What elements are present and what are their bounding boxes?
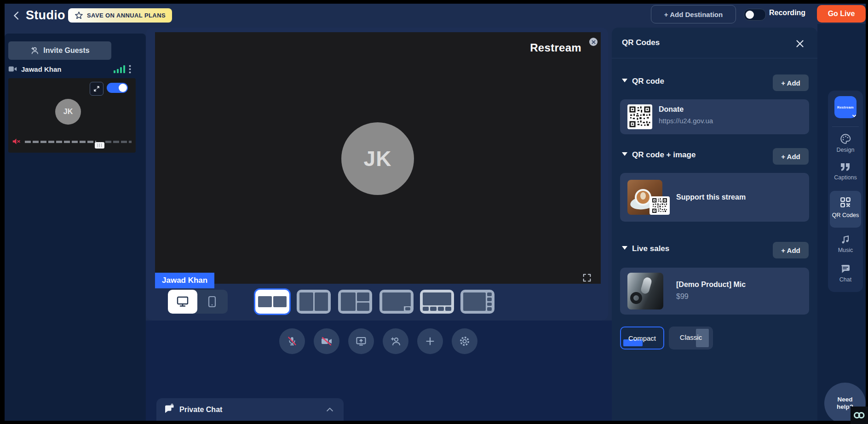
- recording-label: Recording: [769, 9, 805, 17]
- promo-banner[interactable]: SAVE ON ANNUAL PLANS: [68, 8, 172, 23]
- item-title: Support this stream: [676, 193, 746, 201]
- restream-studio-app: { "topbar": { "title": "Studio", "promo"…: [0, 0, 868, 424]
- panel-close-icon[interactable]: [796, 40, 804, 48]
- layout-option-5[interactable]: [420, 290, 454, 314]
- preview-device-toggle: [168, 290, 228, 314]
- guest-name: Jawad Khan: [21, 65, 62, 73]
- share-screen-button[interactable]: [348, 328, 374, 354]
- feature-rail: Restream Design Captions QR Codes: [817, 24, 866, 421]
- invite-guests-label: Invite Guests: [43, 46, 89, 55]
- layout-option-4[interactable]: [379, 290, 414, 314]
- qr-codes-panel: QR Codes QR code + Add Donate https://u2…: [612, 28, 817, 421]
- item-image: [627, 273, 663, 309]
- stream-canvas[interactable]: Restream JK Jawad Khan: [155, 32, 601, 284]
- music-icon: [828, 234, 863, 245]
- qr-thumbnail: [627, 104, 652, 129]
- settings-button[interactable]: [452, 328, 477, 354]
- add-live-sale-button[interactable]: + Add: [773, 242, 809, 258]
- guest-video-tile[interactable]: JK: [8, 78, 136, 153]
- rail-item-music[interactable]: Music: [828, 234, 863, 253]
- signal-strength-icon: [114, 65, 126, 73]
- layout-option-1[interactable]: [255, 290, 289, 314]
- chat-bubble-icon: [828, 264, 863, 275]
- expand-tile-button[interactable]: [90, 82, 103, 96]
- section-title: QR code: [632, 77, 664, 86]
- restream-logo[interactable]: Restream: [834, 96, 857, 118]
- mic-muted-button[interactable]: [279, 328, 305, 354]
- qr-image-item-support[interactable]: Support this stream: [620, 173, 809, 222]
- section-title: QR code + image: [632, 150, 696, 160]
- guest-menu-icon[interactable]: [129, 65, 131, 74]
- item-title: [Demo Product] Mic: [676, 281, 746, 289]
- private-chat-label: Private Chat: [179, 398, 222, 421]
- rail-item-design[interactable]: Design: [828, 133, 863, 153]
- toggle-knob: [746, 11, 754, 19]
- chevron-down-icon: [851, 113, 857, 119]
- guest-volume-row: [12, 137, 132, 146]
- section-live-sales: Live sales + Add: [612, 242, 817, 258]
- rail-item-captions[interactable]: Captions: [828, 162, 863, 181]
- style-compact-button[interactable]: Compact: [620, 327, 664, 350]
- fullscreen-icon[interactable]: [582, 273, 592, 283]
- stage-container: Restream JK Jawad Khan: [146, 28, 608, 321]
- volume-slider[interactable]: [25, 141, 132, 143]
- muted-speaker-icon[interactable]: [12, 138, 21, 145]
- item-title: Donate: [659, 105, 684, 114]
- watermark: Restream: [530, 41, 581, 54]
- private-chat-icon: [164, 404, 175, 415]
- recording-toggle[interactable]: [744, 9, 766, 21]
- add-destination-button[interactable]: + Add Destination: [651, 5, 736, 23]
- qr-code-item-donate[interactable]: Donate https://u24.gov.ua: [620, 99, 809, 134]
- caret-down-icon[interactable]: [622, 246, 627, 250]
- back-button[interactable]: [11, 10, 22, 21]
- style-classic-button[interactable]: Classic: [669, 327, 713, 350]
- section-qr-code-image: QR code + image + Add: [612, 148, 817, 165]
- add-guest-button[interactable]: [383, 328, 408, 354]
- section-title: Live sales: [632, 244, 669, 253]
- page-title: Studio: [26, 8, 65, 23]
- add-person-icon: [30, 46, 39, 55]
- panel-title: QR Codes: [622, 38, 660, 47]
- magnifier-overlay-icon: [851, 407, 868, 424]
- stage-name-label: Jawad Khan: [155, 273, 214, 288]
- rail-item-qr-codes[interactable]: QR Codes: [830, 191, 861, 228]
- item-subtitle: https://u24.gov.ua: [659, 117, 713, 125]
- quotes-icon: [828, 162, 863, 172]
- stage-avatar: JK: [341, 122, 414, 195]
- add-source-button[interactable]: [417, 328, 443, 354]
- star-icon: [75, 11, 83, 20]
- guest-row: Jawad Khan: [8, 64, 139, 74]
- go-live-button[interactable]: Go Live: [817, 5, 866, 23]
- toggle-knob: [119, 84, 127, 92]
- volume-slider-handle[interactable]: [95, 142, 104, 149]
- invite-guests-button[interactable]: Invite Guests: [8, 41, 111, 60]
- camera-muted-button[interactable]: [314, 328, 339, 354]
- caret-down-icon[interactable]: [622, 152, 627, 156]
- guests-sidebar: Invite Guests Jawad Khan JK: [5, 34, 146, 421]
- layout-option-3[interactable]: [338, 290, 372, 314]
- rail-item-chat[interactable]: Chat: [828, 264, 863, 283]
- item-price: $99: [676, 292, 689, 301]
- layout-option-6[interactable]: [460, 290, 494, 314]
- promo-label: SAVE ON ANNUAL PLANS: [87, 12, 166, 19]
- stage-footer: Private Chat: [146, 321, 612, 421]
- caret-down-icon[interactable]: [622, 79, 627, 82]
- qr-overlay-thumbnail: [650, 196, 670, 215]
- camera-icon: [8, 65, 17, 73]
- private-chat-bar[interactable]: Private Chat: [156, 398, 344, 421]
- qr-icon: [830, 196, 861, 208]
- guest-enable-toggle[interactable]: [107, 83, 128, 93]
- layout-option-2[interactable]: [297, 290, 331, 314]
- add-qr-code-button[interactable]: + Add: [773, 74, 809, 91]
- guest-avatar: JK: [55, 99, 81, 125]
- add-qr-image-button[interactable]: + Add: [773, 148, 809, 165]
- device-desktop-button[interactable]: [168, 290, 197, 314]
- top-bar: Studio SAVE ON ANNUAL PLANS + Add Destin…: [5, 4, 866, 28]
- chevron-up-icon[interactable]: [325, 405, 334, 414]
- palette-icon: [828, 133, 863, 145]
- device-mobile-button[interactable]: [197, 290, 227, 314]
- live-sale-item-mic[interactable]: [Demo Product] Mic $99: [620, 268, 809, 315]
- section-qr-code: QR code + Add: [612, 74, 817, 91]
- feature-rail-box: Restream Design Captions QR Codes: [828, 91, 863, 292]
- watermark-close-icon[interactable]: [589, 38, 598, 46]
